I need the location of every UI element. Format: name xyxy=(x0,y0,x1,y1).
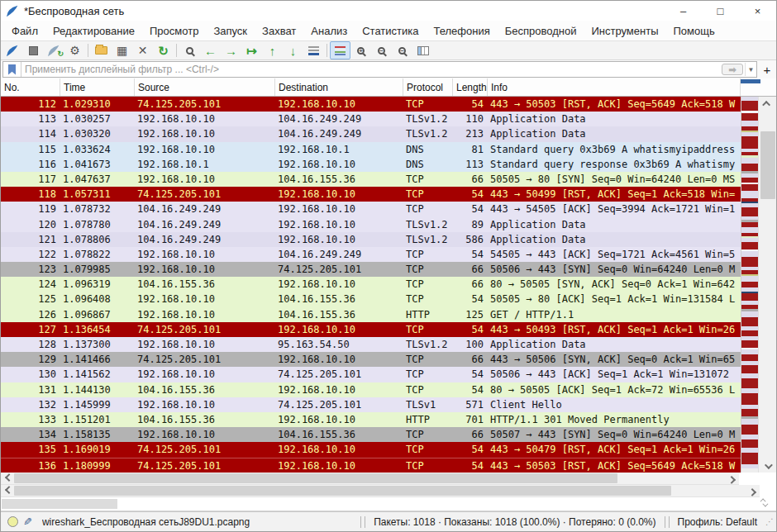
packet-row-124[interactable]: 1241.096319104.16.155.36192.168.10.10TCP… xyxy=(1,277,741,292)
column-header-info[interactable]: Info xyxy=(488,78,741,96)
packet-row-123[interactable]: 1231.079985192.168.10.1074.125.205.101TC… xyxy=(1,262,741,277)
colorize-icon[interactable] xyxy=(330,41,350,59)
cell-time: 1.029310 xyxy=(60,97,135,112)
scroll-right-arrow[interactable] xyxy=(726,473,739,484)
cell-protocol: TLSv1.2 xyxy=(403,232,453,247)
menu-файл[interactable]: Файл xyxy=(4,22,45,40)
packet-row-117[interactable]: 1171.047637192.168.10.10104.16.155.36TCP… xyxy=(1,172,741,187)
restart-capture-icon[interactable]: ↻ xyxy=(44,41,64,59)
first-packet-icon[interactable]: ↑ xyxy=(262,41,283,59)
filter-dropdown-caret[interactable]: ▼ xyxy=(745,63,756,76)
open-file-icon[interactable] xyxy=(91,41,112,59)
packet-row-122[interactable]: 1221.078822192.168.10.10104.16.249.249TC… xyxy=(1,247,741,262)
menu-беспроводной[interactable]: Беспроводной xyxy=(498,22,584,40)
packet-counts: Пакеты: 1018 · Показаны: 1018 (100.0%) ·… xyxy=(367,516,662,528)
horizontal-scroll-thumb[interactable] xyxy=(14,473,617,483)
zoom-in-icon[interactable]: + xyxy=(350,41,371,59)
menu-захват[interactable]: Захват xyxy=(255,22,303,40)
close-file-icon[interactable]: ✕ xyxy=(132,41,153,59)
packet-row-127[interactable]: 1271.13645474.125.205.101192.168.10.10TC… xyxy=(1,322,741,337)
packet-row-128[interactable]: 1281.137300192.168.10.1095.163.54.50TLSv… xyxy=(1,337,741,352)
packet-row-132[interactable]: 1321.145999192.168.10.1074.125.205.101TL… xyxy=(1,397,741,412)
packet-row-118[interactable]: 1181.05731174.125.205.101192.168.10.10TC… xyxy=(1,187,741,202)
capture-comment-icon[interactable]: ✎ xyxy=(23,515,32,528)
display-filter-box: ➡ ▼ xyxy=(2,61,757,78)
cell-info: 443 → 50503 [RST, ACK] Seq=5649 Ack=518 … xyxy=(488,458,741,473)
maximize-button[interactable]: □ xyxy=(702,1,739,21)
expert-info-icon[interactable] xyxy=(7,516,18,527)
packet-row-129[interactable]: 1291.14146674.125.205.101192.168.10.10TC… xyxy=(1,352,741,367)
find-packet-icon[interactable] xyxy=(179,41,200,59)
horizontal-scrollbar-detail[interactable] xyxy=(1,485,760,497)
menu-анализ[interactable]: Анализ xyxy=(303,22,355,40)
cell-no: 127 xyxy=(1,322,60,337)
close-button[interactable]: × xyxy=(739,1,776,21)
previous-packet-icon[interactable]: ← xyxy=(200,41,221,59)
column-header-destination[interactable]: Destination xyxy=(275,78,403,96)
horizontal-scroll-thumb[interactable] xyxy=(14,486,671,496)
minimap-stripe xyxy=(741,207,758,216)
packet-row-115[interactable]: 1151.033624192.168.10.10192.168.10.1DNS8… xyxy=(1,142,741,157)
packet-row-121[interactable]: 1211.078806104.16.249.249192.168.10.10TL… xyxy=(1,232,741,247)
menu-статистика[interactable]: Статистика xyxy=(355,22,426,40)
column-header-source[interactable]: Source xyxy=(135,78,275,96)
packet-row-131[interactable]: 1311.144130104.16.155.36192.168.10.10TCP… xyxy=(1,382,741,397)
packet-row-133[interactable]: 1331.151201104.16.155.36192.168.10.10HTT… xyxy=(1,412,741,427)
menu-просмотр[interactable]: Просмотр xyxy=(142,22,206,40)
filter-bookmark-button[interactable] xyxy=(3,62,21,77)
apply-filter-button[interactable]: ➡ xyxy=(722,64,743,75)
autoscroll-icon[interactable] xyxy=(303,41,324,59)
save-file-icon[interactable]: ▦ xyxy=(112,41,132,59)
packet-row-114[interactable]: 1141.030320192.168.10.10104.16.249.249TL… xyxy=(1,126,741,141)
vertical-scrollbar[interactable] xyxy=(758,97,776,473)
menu-запуск[interactable]: Запуск xyxy=(206,22,255,40)
cell-length: 571 xyxy=(453,397,488,412)
stop-capture-icon[interactable] xyxy=(23,41,44,59)
goto-packet-icon[interactable]: ↦ xyxy=(241,41,262,59)
packet-row-116[interactable]: 1161.041673192.168.10.1192.168.10.10DNS1… xyxy=(1,157,741,172)
packet-row-126[interactable]: 1261.096867192.168.10.10104.16.155.36HTT… xyxy=(1,307,741,322)
column-header-length[interactable]: Length xyxy=(453,78,488,96)
packet-row-119[interactable]: 1191.078732104.16.249.249192.168.10.10TC… xyxy=(1,202,741,216)
profile-label[interactable]: Профиль: Default xyxy=(671,516,765,528)
packet-row-112[interactable]: 1121.02931074.125.205.101192.168.10.10TC… xyxy=(1,97,741,112)
scroll-left-arrow[interactable] xyxy=(1,473,14,484)
scroll-up-arrow[interactable] xyxy=(759,97,776,110)
column-header-protocol[interactable]: Protocol xyxy=(403,78,453,96)
intelligent-scrollbar-minimap[interactable] xyxy=(741,97,758,473)
add-filter-button[interactable]: + xyxy=(760,62,775,77)
packet-row-135[interactable]: 1351.16901974.125.205.101192.168.10.10TC… xyxy=(1,442,741,457)
capture-options-icon[interactable]: ⚙ xyxy=(64,41,85,59)
zoom-out-icon[interactable]: − xyxy=(371,41,392,59)
packet-row-120[interactable]: 1201.078780104.16.249.249192.168.10.10TL… xyxy=(1,217,741,232)
menu-редактирование[interactable]: Редактирование xyxy=(45,22,142,40)
reload-file-icon[interactable]: ↻ xyxy=(153,41,174,59)
resize-columns-icon[interactable] xyxy=(412,41,433,59)
menu-телефония[interactable]: Телефония xyxy=(426,22,497,40)
horizontal-scrollbar-list[interactable] xyxy=(1,473,739,485)
packet-row-130[interactable]: 1301.141562192.168.10.1074.125.205.101TC… xyxy=(1,367,741,382)
packet-row-125[interactable]: 1251.096408192.168.10.10104.16.155.36TCP… xyxy=(1,292,741,306)
column-header-time[interactable]: Time xyxy=(60,78,135,96)
pane-spin-buttons[interactable] xyxy=(762,498,766,507)
packet-row-136[interactable]: 1361.18099974.125.205.101192.168.10.10TC… xyxy=(1,458,741,473)
collapsed-scroll-thumb[interactable] xyxy=(2,499,117,509)
packet-row-134[interactable]: 1341.158135192.168.10.10104.16.155.36TCP… xyxy=(1,427,741,442)
resize-grip[interactable]: ⋰ xyxy=(765,517,773,526)
display-filter-input[interactable] xyxy=(21,63,722,76)
menu-помощь[interactable]: Помощь xyxy=(666,22,722,40)
minimap-stripe xyxy=(741,191,758,198)
start-capture-icon[interactable] xyxy=(2,41,23,59)
scroll-right-arrow[interactable] xyxy=(746,485,760,496)
vertical-scroll-thumb[interactable] xyxy=(760,131,775,199)
minimize-button[interactable]: – xyxy=(665,1,702,21)
collapsed-pane-scrollbar[interactable] xyxy=(1,497,776,511)
zoom-reset-icon[interactable]: − xyxy=(392,41,412,59)
column-header-no[interactable]: No. xyxy=(1,78,60,96)
next-packet-icon[interactable]: → xyxy=(221,41,241,59)
menu-инструменты[interactable]: Инструменты xyxy=(584,22,665,40)
scroll-left-arrow[interactable] xyxy=(1,485,14,496)
last-packet-icon[interactable]: ↓ xyxy=(283,41,303,59)
packet-row-113[interactable]: 1131.030257192.168.10.10104.16.249.249TL… xyxy=(1,112,741,126)
scroll-down-arrow[interactable] xyxy=(759,459,776,473)
